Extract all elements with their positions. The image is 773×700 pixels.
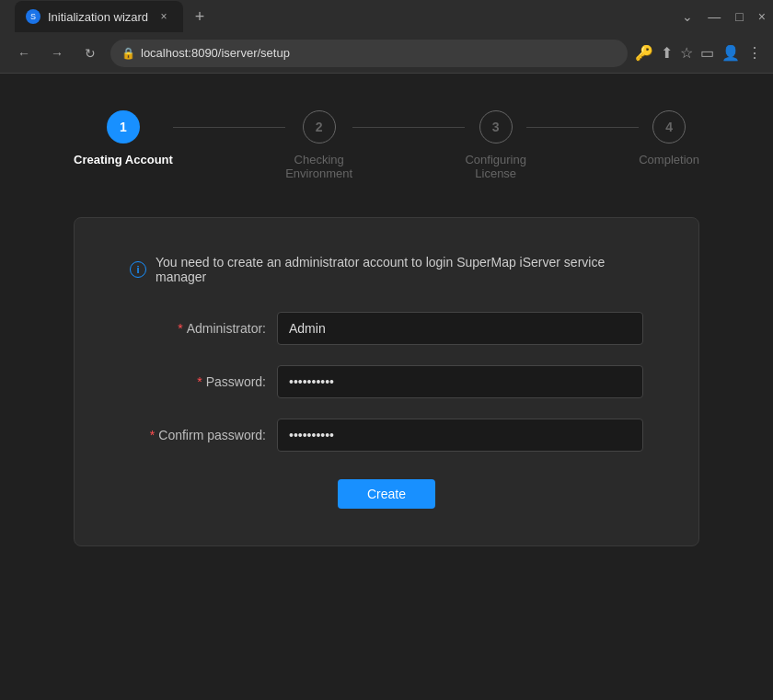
star-icon[interactable]: ☆ (680, 44, 693, 62)
info-text: You need to create an administrator acco… (156, 255, 643, 284)
step-2: 2 Checking Environment (285, 110, 352, 180)
step-1-label: Creating Account (74, 153, 173, 166)
step-2-sublabel: Environment (285, 166, 352, 180)
title-bar: S Initialization wizard × + ⌄ — □ × (0, 0, 773, 33)
form-actions: Create (130, 479, 643, 509)
back-button[interactable]: ← (11, 40, 37, 66)
share-icon[interactable]: ⬆ (661, 44, 673, 62)
page-content: 1 Creating Account 2 Checking Environmen… (0, 74, 773, 583)
tab-title: Initialization wizard (48, 10, 148, 24)
administrator-row: *Administrator: (130, 312, 643, 345)
chevron-down-icon[interactable]: ⌄ (682, 9, 693, 24)
stepper: 1 Creating Account 2 Checking Environmen… (74, 110, 699, 180)
step-2-circle: 2 (303, 110, 336, 143)
confirm-password-input[interactable] (277, 419, 643, 452)
url-bar[interactable]: 🔒 localhost:8090/iserver/setup (110, 40, 628, 67)
password-row: *Password: (130, 365, 643, 398)
create-button[interactable]: Create (338, 479, 435, 509)
forward-button[interactable]: → (44, 40, 70, 66)
maximize-button[interactable]: □ (735, 9, 743, 24)
password-input[interactable] (277, 365, 643, 398)
sidebar-icon[interactable]: ▭ (700, 44, 714, 62)
step-line-3 (526, 127, 639, 128)
address-bar: ← → ↻ 🔒 localhost:8090/iserver/setup 🔑 ⬆… (0, 33, 773, 74)
administrator-label: *Administrator: (130, 321, 277, 336)
menu-icon[interactable]: ⋮ (747, 44, 762, 62)
tab-favicon: S (26, 9, 40, 24)
address-bar-right: 🔑 ⬆ ☆ ▭ 👤 ⋮ (635, 44, 762, 62)
refresh-button[interactable]: ↻ (77, 40, 103, 66)
window-controls: ⌄ — □ × (682, 9, 766, 24)
step-1: 1 Creating Account (74, 110, 173, 166)
confirm-password-row: *Confirm password: (130, 419, 643, 452)
step-1-circle: 1 (107, 110, 140, 143)
confirm-password-label: *Confirm password: (130, 428, 277, 442)
step-line-2 (352, 127, 465, 128)
confirm-required: * (150, 428, 155, 442)
active-tab[interactable]: S Initialization wizard × (15, 1, 183, 32)
step-3-sublabel: License (475, 166, 516, 180)
minimize-button[interactable]: — (708, 9, 721, 24)
tab-close-button[interactable]: × (156, 8, 172, 25)
info-message: i You need to create an administrator ac… (130, 255, 643, 284)
step-3-label: Configuring (465, 153, 526, 166)
new-tab-button[interactable]: + (187, 4, 213, 29)
info-icon: i (130, 261, 146, 278)
step-4-label: Completion (639, 153, 699, 166)
form-card: i You need to create an administrator ac… (74, 217, 699, 546)
close-button[interactable]: × (758, 9, 766, 24)
url-text: localhost:8090/iserver/setup (141, 46, 290, 60)
step-3: 3 Configuring License (465, 110, 526, 180)
browser-chrome: S Initialization wizard × + ⌄ — □ × ← → … (0, 0, 773, 74)
administrator-input[interactable] (277, 312, 643, 345)
step-3-circle: 3 (479, 110, 513, 143)
password-label: *Password: (130, 374, 277, 389)
profile-icon[interactable]: 👤 (721, 44, 740, 62)
step-4: 4 Completion (639, 110, 699, 166)
password-required: * (197, 374, 202, 389)
lock-icon: 🔒 (121, 47, 135, 60)
key-icon[interactable]: 🔑 (635, 44, 653, 62)
step-2-label: Checking (294, 153, 344, 166)
step-line-1 (173, 127, 285, 128)
step-4-circle: 4 (652, 110, 686, 143)
administrator-required: * (178, 321, 182, 336)
